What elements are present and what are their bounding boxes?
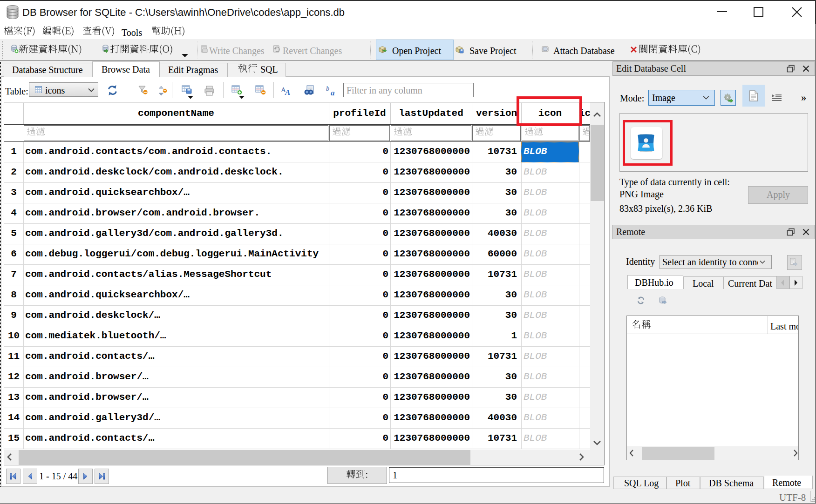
svg-text:A: A <box>285 88 290 96</box>
svg-text:b: b <box>326 85 329 92</box>
svg-text:a: a <box>331 88 335 96</box>
